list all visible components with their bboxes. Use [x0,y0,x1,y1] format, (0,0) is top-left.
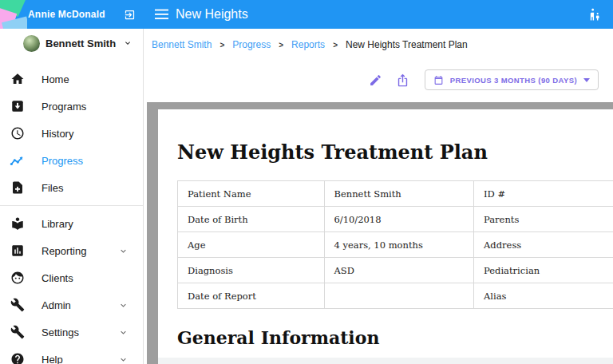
table-row: Age 4 years, 10 months Address [178,232,613,258]
home-icon [10,72,25,87]
breadcrumb-client[interactable]: Bennett Smith [152,39,212,50]
chevron-down-icon[interactable] [118,354,129,364]
edit-pencil-icon[interactable] [364,68,388,92]
cell-label: Date of Birth [178,207,325,232]
sidebar-item-history[interactable]: History [0,120,143,147]
help-icon [10,352,25,364]
chevron-down-icon [583,78,590,82]
date-range-button[interactable]: PREVIOUS 3 MONTHS (90 DAYS) [425,69,599,90]
top-bar: Annie McDonald New Heights [0,0,613,29]
cell-label: Address [474,232,613,258]
progress-chart-icon [10,153,25,168]
section-heading: General Information [177,327,613,348]
sidebar-item-files[interactable]: Files [0,174,143,201]
breadcrumb-separator: > [279,41,283,49]
programs-icon [10,99,25,114]
sidebar-item-help[interactable]: Help [0,346,143,364]
table-row: Date of Birth 6/10/2018 Parents [178,207,613,232]
sidebar: Bennett Smith Home Programs History [0,29,144,364]
chevron-down-icon[interactable] [118,327,129,338]
breadcrumb-reports[interactable]: Reports [291,39,325,50]
sidebar-divider [0,205,143,206]
client-avatar [23,35,40,52]
date-range-label: PREVIOUS 3 MONTHS (90 DAYS) [450,76,577,85]
report-page: New Heights Treatment Plan Patient Name … [158,109,613,358]
wrench-icon [10,325,25,340]
cell-label: Date of Report [178,283,325,309]
report-actions: PREVIOUS 3 MONTHS (90 DAYS) [144,61,613,99]
clients-face-icon [10,271,25,286]
client-selector[interactable]: Bennett Smith [0,29,143,57]
sidebar-item-reporting[interactable]: Reporting [0,237,143,264]
sidebar-item-admin[interactable]: Admin [0,291,143,318]
table-row: Date of Report Alias [178,283,613,309]
breadcrumb-separator: > [219,41,224,49]
chevron-down-icon [123,38,132,48]
cell-label: Parents [474,207,613,232]
family-icon[interactable] [588,8,602,22]
cell-value: ASD [324,258,474,283]
breadcrumb: Bennett Smith > Progress > Reports > New… [144,29,613,61]
cell-value: Bennett Smith [324,181,474,207]
cell-label: Age [178,232,325,258]
practice-name: Annie McDonald [28,9,105,20]
patient-info-table: Patient Name Bennett Smith ID # Date of … [177,180,613,309]
table-row: Patient Name Bennett Smith ID # [178,181,613,207]
document-viewer: New Heights Treatment Plan Patient Name … [147,102,613,364]
cell-value: 4 years, 10 months [324,232,474,258]
files-icon [10,180,25,196]
breadcrumb-progress[interactable]: Progress [232,39,271,50]
logout-icon[interactable] [124,9,136,21]
practice-avatar [0,0,27,29]
sidebar-item-home[interactable]: Home [0,65,143,93]
client-name: Bennett Smith [45,38,116,49]
cell-label: ID # [474,181,613,207]
history-clock-icon [10,126,25,141]
horizontal-scrollbar[interactable] [158,358,613,364]
report-title: New Heights Treatment Plan [177,140,613,164]
reporting-icon [10,243,25,259]
cell-label: Patient Name [178,181,325,207]
calendar-icon [433,75,444,85]
share-icon[interactable] [391,68,415,92]
cell-label: Alias [474,283,613,309]
sidebar-item-library[interactable]: Library [0,210,143,237]
library-icon [10,216,25,231]
cell-value: 6/10/2018 [324,207,474,232]
app-title: New Heights [176,7,248,22]
main-content: Bennett Smith > Progress > Reports > New… [144,29,613,364]
sidebar-item-clients[interactable]: Clients [0,264,143,291]
menu-icon[interactable] [155,9,168,20]
cell-label: Pediatrician [474,258,613,283]
sidebar-item-progress[interactable]: Progress [0,147,143,174]
chevron-down-icon[interactable] [118,246,129,256]
breadcrumb-separator: > [333,41,338,49]
cell-label: Diagnosis [178,258,325,283]
sidebar-nav: Home Programs History Progress Files [0,65,143,364]
cell-value [324,283,474,309]
wrench-icon [10,298,25,313]
chevron-down-icon[interactable] [118,300,129,311]
sidebar-item-programs[interactable]: Programs [0,93,143,120]
table-row: Diagnosis ASD Pediatrician [178,258,613,283]
sidebar-item-settings[interactable]: Settings [0,318,143,346]
breadcrumb-current: New Heights Treatment Plan [346,39,468,50]
